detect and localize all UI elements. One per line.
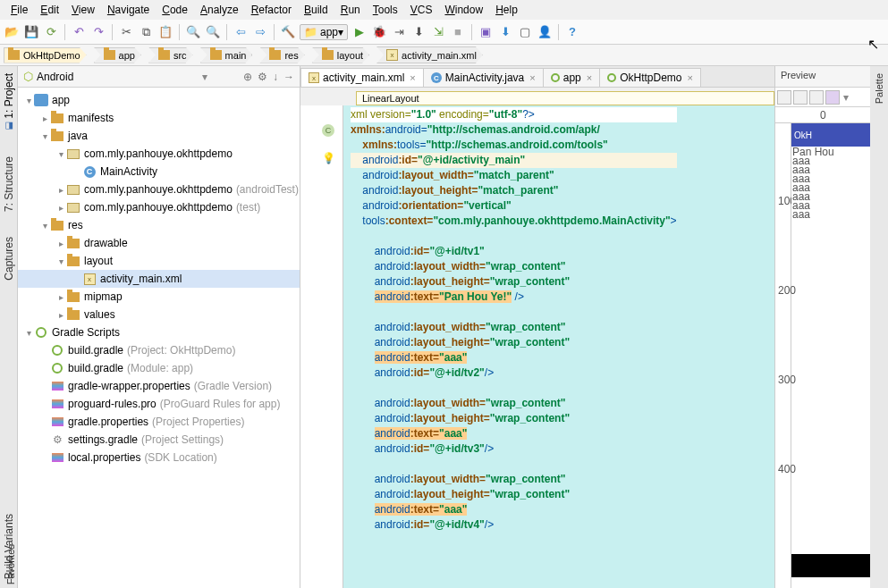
attach-icon[interactable]: ⬇	[410, 24, 427, 40]
save-icon[interactable]: 💾	[23, 24, 39, 40]
editor-tab-2[interactable]: app×	[543, 68, 600, 87]
breadcrumb-0[interactable]: OkHttpDemo	[4, 47, 87, 63]
preview-appbar: OkH	[791, 123, 870, 147]
menu-vcs[interactable]: VCS	[405, 2, 438, 18]
code-content[interactable]: xml version="1.0" encoding="utf-8"?>xmln…	[343, 105, 677, 588]
find-icon[interactable]: 🔍	[185, 24, 201, 40]
hide-icon[interactable]: ↓	[273, 71, 278, 83]
replace-icon[interactable]: 🔍	[205, 24, 221, 40]
menu-help[interactable]: Help	[490, 2, 523, 18]
tree-item-19[interactable]: ⚙settings.gradle(Project Settings)	[18, 431, 300, 449]
favorites-tab[interactable]: Favorites	[0, 541, 18, 588]
breadcrumb-6[interactable]: xactivity_main.xml	[376, 46, 483, 63]
stop-icon[interactable]: ■	[450, 24, 466, 40]
pv-btn-1[interactable]	[777, 90, 791, 105]
bulb-icon[interactable]: 💡	[322, 152, 343, 164]
tree-item-7[interactable]: ▾res	[18, 216, 300, 234]
structure-tab[interactable]: 7: Structure	[2, 153, 16, 215]
menu-tools[interactable]: Tools	[368, 2, 403, 18]
breadcrumb-5[interactable]: layout	[312, 47, 369, 63]
tree-item-0[interactable]: ▾app	[18, 91, 300, 109]
breadcrumb-3[interactable]: main	[200, 47, 253, 63]
editor-tab-0[interactable]: xactivity_main.xml×	[300, 68, 424, 87]
help-icon[interactable]: ?	[564, 24, 580, 40]
copy-icon[interactable]: ⧉	[138, 24, 154, 40]
tree-item-17[interactable]: proguard-rules.pro(ProGuard Rules for ap…	[18, 395, 300, 413]
paste-icon[interactable]: 📋	[157, 24, 173, 40]
profile-icon[interactable]: ⇥	[391, 24, 407, 40]
tree-item-11[interactable]: ▸mipmap	[18, 288, 300, 306]
tree-item-12[interactable]: ▸values	[18, 306, 300, 323]
undo-icon[interactable]: ↶	[71, 24, 87, 40]
editor-tab-3[interactable]: OkHttpDemo×	[599, 68, 701, 87]
avd-icon[interactable]: ▣	[478, 24, 494, 40]
preview-content: Pan Houaaaaaaaaaaaaaaaaaaaaa	[791, 147, 870, 220]
pv-btn-2[interactable]	[793, 90, 808, 105]
tree-item-2[interactable]: ▾java	[18, 127, 300, 145]
code-editor[interactable]: C 💡 xml version="1.0" encoding="utf-8"?>…	[300, 105, 774, 588]
run-config-combo[interactable]: 📁app ▾	[300, 24, 348, 40]
tree-item-14[interactable]: build.gradle(Project: OkHttpDemo)	[18, 341, 300, 359]
coverage-icon[interactable]: ⇲	[430, 24, 446, 40]
panel-chevron-icon[interactable]: ▾	[202, 71, 207, 83]
tree-item-6[interactable]: ▸com.mly.panhouye.okhttpdemo(test)	[18, 198, 300, 216]
back-icon[interactable]: ⇦	[233, 24, 249, 40]
tree-item-1[interactable]: ▸manifests	[18, 109, 300, 127]
menu-analyze[interactable]: Analyze	[195, 2, 244, 18]
collapse-icon[interactable]: ⊕	[243, 71, 252, 83]
palette-tab[interactable]: Palette	[873, 70, 885, 107]
tab-close-icon[interactable]: ×	[688, 72, 693, 83]
tab-close-icon[interactable]: ×	[587, 72, 592, 83]
tree-item-18[interactable]: gradle.properties(Project Properties)	[18, 413, 300, 431]
tree-item-9[interactable]: ▾layout	[18, 252, 300, 270]
tree-item-5[interactable]: ▸com.mly.panhouye.okhttpdemo(androidTest…	[18, 181, 300, 198]
monitor-icon[interactable]: 👤	[537, 24, 553, 40]
menu-run[interactable]: Run	[335, 2, 366, 18]
tree-item-20[interactable]: local.properties(SDK Location)	[18, 449, 300, 466]
tree-item-4[interactable]: CMainActivity	[18, 163, 300, 181]
menu-code[interactable]: Code	[156, 2, 193, 18]
tree-item-10[interactable]: xactivity_main.xml	[18, 270, 300, 288]
run-icon[interactable]: ▶	[351, 24, 368, 40]
panel-tools: ⊕ ⚙ ↓ →	[243, 71, 294, 83]
tab-close-icon[interactable]: ×	[410, 72, 415, 83]
forward-icon[interactable]: ⇨	[252, 24, 268, 40]
sync-icon[interactable]: ⟳	[43, 24, 59, 40]
pv-btn-4[interactable]	[825, 90, 840, 105]
menu-window[interactable]: Window	[439, 2, 488, 18]
redo-icon[interactable]: ↷	[90, 24, 106, 40]
captures-tab[interactable]: Captures	[2, 233, 16, 284]
menu-navigate[interactable]: Navigate	[102, 2, 155, 18]
preview-canvas: 100 200 300 400 OkH Pan Houaaaaaaaaaaaaa…	[775, 123, 870, 588]
tree-item-8[interactable]: ▸drawable	[18, 234, 300, 252]
project-tab[interactable]: ◧ 1: Project	[2, 70, 16, 135]
tree-item-3[interactable]: ▾com.mly.panhouye.okhttpdemo	[18, 145, 300, 163]
menu-view[interactable]: View	[66, 2, 100, 18]
cut-icon[interactable]: ✂	[118, 24, 134, 40]
sdk-icon[interactable]: ⬇	[497, 24, 513, 40]
pv-chev-icon[interactable]: ▾	[843, 91, 849, 104]
tree-item-15[interactable]: build.gradle(Module: app)	[18, 359, 300, 377]
menu-edit[interactable]: Edit	[35, 2, 64, 18]
left-sidebar-tabs: ◧ 1: Project 7: Structure Captures Build…	[0, 66, 18, 588]
debug-icon[interactable]: 🐞	[371, 24, 387, 40]
tab-close-icon[interactable]: ×	[529, 72, 535, 83]
project-tree[interactable]: ▾app▸manifests▾java▾com.mly.panhouye.okh…	[18, 88, 300, 588]
pv-btn-3[interactable]	[809, 90, 824, 105]
menu-file[interactable]: File	[5, 2, 33, 18]
menu-refactor[interactable]: Refactor	[246, 2, 297, 18]
editor-tab-1[interactable]: CMainActivity.java×	[423, 68, 544, 87]
class-marker-icon[interactable]: C	[322, 124, 334, 137]
menu-build[interactable]: Build	[299, 2, 334, 18]
breadcrumb-1[interactable]: app	[94, 47, 141, 63]
layout-breadcrumb[interactable]: LinearLayout	[356, 91, 774, 105]
breadcrumb-4[interactable]: res	[259, 47, 304, 63]
more-icon[interactable]: →	[283, 71, 294, 83]
settings-icon[interactable]: ⚙	[258, 71, 267, 83]
layout-icon[interactable]: ▢	[517, 24, 533, 40]
tree-item-13[interactable]: ▾Gradle Scripts	[18, 323, 300, 341]
make-icon[interactable]: 🔨	[280, 24, 296, 40]
tree-item-16[interactable]: gradle-wrapper.properties(Gradle Version…	[18, 377, 300, 395]
breadcrumb-2[interactable]: src	[148, 47, 193, 63]
open-icon[interactable]: 📂	[4, 24, 20, 40]
